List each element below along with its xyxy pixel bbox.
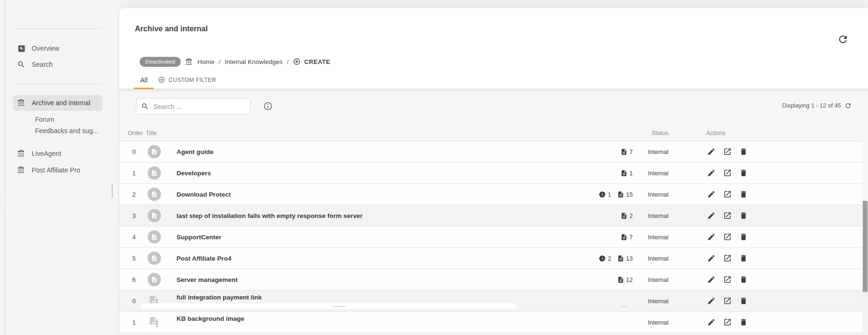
breadcrumb-home[interactable]: Home — [197, 58, 214, 65]
delete-button[interactable] — [739, 147, 748, 156]
edit-button[interactable] — [707, 169, 716, 177]
open-in-new-button[interactable] — [723, 318, 732, 326]
article-avatar-icon — [148, 252, 161, 265]
row-title[interactable]: Agent guide — [169, 148, 586, 155]
table-row[interactable]: 3 last step of installation fails with e… — [119, 205, 862, 226]
sidebar-scrollbar-thumb[interactable] — [112, 184, 113, 198]
main-panel: Archive and internal Deactivated Home / … — [119, 8, 868, 335]
table-row[interactable]: 1 KB background image Internal — [119, 312, 862, 333]
row-order: 1 — [128, 170, 140, 177]
delete-button[interactable] — [739, 233, 748, 241]
pencil-icon — [707, 190, 716, 199]
file-icon — [617, 191, 624, 198]
breadcrumb-internal-knowledges[interactable]: Internal Knowledges — [225, 58, 283, 65]
row-badges: 2 — [586, 212, 633, 219]
delete-button[interactable] — [739, 211, 748, 220]
delete-button[interactable] — [739, 169, 748, 177]
row-title[interactable]: Post Affiliate Pro4 — [169, 255, 586, 262]
info-icon — [263, 101, 273, 111]
edit-button[interactable] — [707, 233, 716, 241]
table-row[interactable]: 5 Post Affiliate Pro4 2 13 Internal — [119, 248, 862, 269]
row-badges: 7 — [586, 148, 633, 155]
open-in-new-button[interactable] — [723, 169, 732, 177]
open-in-new-icon — [723, 147, 732, 156]
row-title[interactable]: Download Protect — [169, 191, 586, 198]
edit-button[interactable] — [707, 254, 716, 263]
row-title[interactable]: Server management — [169, 276, 586, 283]
row-title[interactable]: Developers — [169, 170, 586, 177]
info-button[interactable] — [263, 101, 273, 111]
pencil-icon — [707, 211, 716, 220]
redaction-artifact — [332, 306, 345, 307]
displaying-text: Displaying 1 - 12 of 45 — [782, 102, 841, 109]
articles-badge: 12 — [617, 276, 633, 283]
sidebar-item-post-affiliate-pro[interactable]: Post Affiliate Pro — [13, 164, 102, 176]
reload-button[interactable] — [837, 33, 850, 45]
delete-button[interactable] — [739, 275, 748, 284]
table-scrollbar-thumb[interactable] — [863, 201, 868, 292]
row-title[interactable]: KB background image — [169, 315, 586, 322]
search-input[interactable] — [153, 103, 245, 110]
file-icon — [620, 212, 628, 219]
row-title[interactable]: SupportCenter — [169, 234, 586, 241]
row-status: Internal — [648, 148, 702, 155]
open-in-new-button[interactable] — [723, 233, 732, 241]
edit-button[interactable] — [707, 318, 716, 326]
create-button[interactable]: CREATE — [293, 58, 330, 65]
add-circle-icon — [158, 76, 165, 83]
table-row[interactable]: 6 Server management 12 Internal — [119, 269, 862, 290]
sidebar-item-overview[interactable]: Overview — [13, 42, 102, 54]
row-status: Internal — [648, 298, 702, 305]
blurred-subtitle — [141, 325, 156, 330]
row-order: 1 — [128, 319, 140, 326]
delete-button[interactable] — [739, 318, 748, 326]
pagination-info: Displaying 1 - 12 of 45 — [782, 102, 852, 109]
delete-button[interactable] — [739, 254, 748, 263]
sidebar-item-liveagent[interactable]: LiveAgent — [13, 147, 102, 160]
articles-badge: 13 — [617, 255, 633, 262]
row-order: 4 — [128, 234, 140, 241]
search-icon — [17, 60, 26, 69]
tab-custom-filter[interactable]: CUSTOM FILTER — [158, 71, 216, 89]
bank-icon — [17, 99, 26, 107]
table-row[interactable]: 2 Download Protect 1 15 Internal — [119, 184, 862, 205]
row-actions — [702, 297, 758, 305]
open-in-new-icon — [723, 169, 732, 177]
open-in-new-button[interactable] — [723, 211, 732, 220]
open-in-new-button[interactable] — [723, 190, 732, 199]
edit-button[interactable] — [707, 297, 716, 305]
open-in-new-button[interactable] — [723, 147, 732, 156]
tab-all[interactable]: All — [134, 71, 154, 89]
table-row[interactable]: 0 Agent guide 7 Internal — [119, 141, 862, 163]
delete-button[interactable] — [739, 297, 748, 305]
edit-button[interactable] — [707, 147, 716, 156]
edit-button[interactable] — [707, 190, 716, 199]
table-row[interactable]: 1 Developers 1 Internal — [119, 163, 862, 184]
file-icon — [617, 255, 624, 262]
article-avatar-icon — [148, 188, 161, 201]
table-row[interactable]: 0 full integration payment link Internal — [119, 290, 862, 312]
refresh-list-button[interactable] — [844, 102, 852, 109]
open-in-new-icon — [723, 297, 732, 305]
row-title[interactable]: last step of installation fails with emp… — [169, 212, 586, 219]
sidebar-rail-divider-2 — [5, 0, 6, 335]
table-scrollbar[interactable] — [862, 201, 868, 335]
open-in-new-button[interactable] — [723, 254, 732, 263]
open-in-new-button[interactable] — [723, 275, 732, 284]
file-icon — [620, 148, 628, 155]
file-icon — [620, 234, 628, 241]
open-in-new-button[interactable] — [723, 297, 732, 305]
table-row[interactable]: 4 SupportCenter 7 Internal — [119, 226, 862, 248]
article-avatar-icon — [148, 273, 161, 286]
edit-button[interactable] — [707, 275, 716, 284]
edit-button[interactable] — [707, 211, 716, 220]
clock-icon — [599, 255, 606, 262]
sidebar-item-search[interactable]: Search — [13, 58, 102, 71]
row-badges: 1 15 — [586, 191, 633, 198]
sidebar-item-feedbacks[interactable]: Feedbacks and sug... — [35, 127, 98, 135]
sidebar-item-archive-and-internal[interactable]: Archive and internal — [13, 95, 102, 111]
sidebar-item-forum[interactable]: Forum — [35, 116, 54, 123]
row-title[interactable]: full integration payment link — [169, 294, 586, 301]
delete-button[interactable] — [739, 190, 748, 199]
articles-count: 2 — [629, 212, 633, 219]
